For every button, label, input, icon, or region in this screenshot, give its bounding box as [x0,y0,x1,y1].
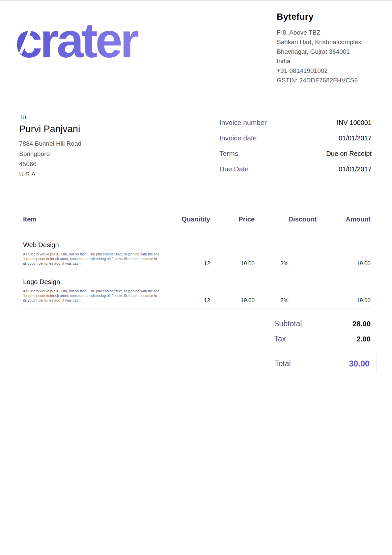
item-quantity: 12 [175,278,210,309]
due-date-label: Due Date [219,165,249,173]
item-amount: 19.00 [317,241,371,278]
total-value: 30.00 [349,359,370,368]
customer-name: Purvi Panjvani [19,124,81,134]
tax-value: 2.00 [356,335,371,343]
company-phone: +91-08141901002 [277,66,385,75]
invoice-number-label: Invoice number [219,119,267,127]
terms-value: Due on Receipt [326,150,372,158]
item-quantity: 12 [175,241,210,278]
company-name: Bytefury [277,12,385,22]
items-table: Item Quanitity Price Discount Amount Web… [23,216,371,309]
tax-row: Tax 2.00 [274,335,371,350]
company-address-line: Bhavnagar, Gujrat 364001 [277,47,385,56]
due-date-row: Due Date 01/01/2017 [219,165,372,181]
terms-row: Terms Due on Receipt [219,150,372,165]
total-box: Total 30.00 [268,353,377,374]
invoice-date-label: Invoice date [219,134,257,142]
subtotal-label: Subtotal [274,319,302,328]
item-cell: Web Design As Cicero would put it, “Um, … [23,241,175,278]
item-cell: Logo Design As Cicero would put it, “Um,… [23,278,175,309]
company-gstin: GSTIN: 24DDF7682FHVCS6 [277,75,385,85]
items-table-header-row: Item Quanitity Price Discount Amount [23,216,371,241]
invoice-number-value: INV-100001 [337,119,372,127]
item-discount: 2% [255,241,317,278]
table-row: Web Design As Cicero would put it, “Um, … [23,241,371,278]
table-row: Logo Design As Cicero would put it, “Um,… [23,278,371,309]
terms-label: Terms [219,150,238,158]
crater-logo-icon: crater [15,20,163,65]
column-header-item: Item [23,216,175,241]
invoice-header: crater Bytefury F-8, Above TBZ Sahkari H… [0,0,392,96]
tax-label: Tax [274,335,286,343]
company-block: Bytefury F-8, Above TBZ Sahkari Hart, Kr… [277,12,385,85]
subtotal-row: Subtotal 28.00 [274,319,371,335]
customer-address-line: 7884 Bunnel Hill Road [19,138,81,149]
bill-to-label: To, [19,113,81,121]
customer-address-line: Springboro [19,149,81,159]
invoice-date-row: Invoice date 01/01/2017 [219,134,372,150]
invoice-page: crater Bytefury F-8, Above TBZ Sahkari H… [0,0,392,555]
item-description: As Cicero would put it, “Um, not so fast… [23,289,161,303]
item-discount: 2% [255,278,317,309]
column-header-price: Price [210,216,255,241]
logo-slash-r [146,31,159,53]
customer-address-line: 45066 [19,159,81,169]
total-label: Total [275,359,291,368]
subtotal-value: 28.00 [352,320,371,328]
bill-to-block: To, Purvi Panjvani 7884 Bunnel Hill Road… [19,113,81,179]
due-date-value: 01/01/2017 [339,165,372,173]
column-header-amount: Amount [317,216,371,241]
invoice-meta-block: Invoice number INV-100001 Invoice date 0… [219,119,372,181]
item-name: Logo Design [23,278,175,286]
item-price: 19.00 [210,241,255,278]
item-price: 19.00 [210,278,255,309]
items-table-section: Item Quanitity Price Discount Amount Web… [23,216,371,309]
item-name: Web Design [23,241,175,249]
customer-address-line: U.S.A [19,169,81,179]
column-header-discount: Discount [255,216,317,241]
item-amount: 19.00 [317,278,371,309]
column-header-quantity: Quanitity [175,216,210,241]
logo-text: crater [15,20,139,65]
crater-logo: crater [15,20,163,66]
company-address-line: India [277,56,385,66]
company-address-line: F-8, Above TBZ [277,28,385,37]
company-address-line: Sahkari Hart, Krishna complex [277,37,385,47]
item-description: As Cicero would put it, “Um, not so fast… [23,252,161,266]
invoice-info-section: To, Purvi Panjvani 7884 Bunnel Hill Road… [0,113,392,189]
invoice-number-row: Invoice number INV-100001 [219,119,372,134]
invoice-date-value: 01/01/2017 [339,134,372,142]
